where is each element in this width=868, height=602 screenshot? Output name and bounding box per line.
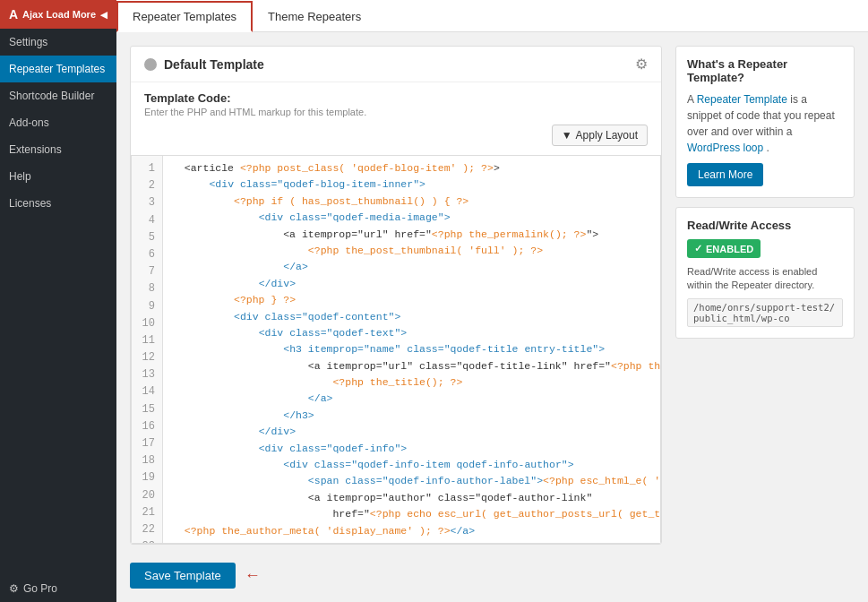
checkmark-icon: ✓ (694, 243, 702, 254)
info-link-wordpress-loop[interactable]: WordPress loop (687, 142, 763, 154)
apply-layout-label: Apply Layout (576, 129, 638, 142)
save-row: Save Template ← (130, 554, 662, 589)
left-panel: Default Template ⚙ Template Code: Enter … (130, 46, 662, 589)
apply-layout-arrow-icon: ▼ (562, 129, 572, 142)
tab-theme-repeaters[interactable]: Theme Repeaters (253, 2, 376, 31)
sidebar-item-shortcode-builder[interactable]: Shortcode Builder (0, 82, 116, 109)
tabs-bar: Repeater Templates Theme Repeaters (116, 0, 868, 32)
info-card-access: Read/Write Access ✓ ENABLED Read/Write a… (675, 207, 855, 339)
sidebar-item-label: Add-ons (9, 116, 49, 129)
info-card-title: What's a Repeater Template? (687, 57, 843, 84)
info-text-1: A (687, 93, 693, 106)
sidebar-item-extensions[interactable]: Extensions (0, 136, 116, 163)
access-path: /home/onrs/support-test2/public_html/wp-… (687, 298, 843, 327)
enabled-label: ENABLED (706, 244, 753, 254)
access-description: Read/Write access is enabled within the … (687, 265, 843, 293)
info-text-3: . (767, 142, 769, 154)
sidebar-item-label: Repeater Templates (9, 63, 105, 75)
info-card-repeater: What's a Repeater Template? A Repeater T… (675, 46, 855, 198)
code-content[interactable]: <article <?php post_class( 'qodef-blog-i… (163, 156, 660, 543)
template-title: Default Template (164, 57, 628, 72)
go-pro-label: Go Pro (23, 582, 57, 595)
template-status-icon (144, 58, 157, 71)
sidebar-item-label: Extensions (9, 143, 62, 156)
template-code-section: Template Code: Enter the PHP and HTML ma… (131, 82, 661, 155)
sidebar-item-licenses[interactable]: Licenses (0, 190, 116, 217)
learn-more-button[interactable]: Learn More (687, 163, 763, 186)
sidebar-logo-icon: A (9, 7, 18, 22)
template-header: Default Template ⚙ (131, 47, 661, 82)
sidebar-logo-label: Ajax Load More (22, 9, 96, 20)
save-arrow-icon: ← (245, 566, 261, 585)
tab-repeater-templates[interactable]: Repeater Templates (116, 1, 253, 32)
info-card-text: A Repeater Template is a snippet of code… (687, 91, 843, 156)
template-code-hint: Enter the PHP and HTML markup for this t… (144, 107, 648, 117)
sidebar-item-repeater-templates[interactable]: Repeater Templates (0, 56, 116, 82)
apply-layout-row: ▼ Apply Layout (144, 125, 648, 146)
sidebar-item-label: Licenses (9, 197, 51, 210)
main-area: Repeater Templates Theme Repeaters Defau… (116, 0, 868, 602)
sidebar-item-help[interactable]: Help (0, 163, 116, 190)
template-card: Default Template ⚙ Template Code: Enter … (130, 46, 662, 545)
content-area: Default Template ⚙ Template Code: Enter … (116, 32, 868, 602)
line-numbers: 1234567891011121314151617181920212223242… (132, 156, 163, 543)
sidebar-go-pro[interactable]: ⚙ Go Pro (0, 575, 116, 602)
sidebar-item-label: Help (9, 170, 31, 183)
sidebar: A Ajax Load More ◀ Settings Repeater Tem… (0, 0, 116, 602)
code-editor[interactable]: 1234567891011121314151617181920212223242… (131, 155, 661, 544)
access-title: Read/Write Access (687, 219, 843, 232)
template-code-label: Template Code: (144, 91, 648, 105)
save-template-button[interactable]: Save Template (130, 563, 236, 589)
sidebar-item-settings[interactable]: Settings (0, 29, 116, 56)
access-row: ✓ ENABLED (687, 239, 843, 258)
info-link-repeater-template[interactable]: Repeater Template (697, 93, 787, 106)
go-pro-icon: ⚙ (9, 582, 19, 595)
apply-layout-button[interactable]: ▼ Apply Layout (552, 125, 648, 146)
template-gear-button[interactable]: ⚙ (635, 56, 648, 73)
sidebar-logo[interactable]: A Ajax Load More ◀ (0, 0, 116, 29)
sidebar-logo-arrow: ◀ (100, 10, 107, 20)
sidebar-item-label: Shortcode Builder (9, 90, 94, 102)
sidebar-item-add-ons[interactable]: Add-ons (0, 109, 116, 136)
sidebar-item-label: Settings (9, 36, 47, 48)
right-panel: What's a Repeater Template? A Repeater T… (675, 46, 855, 589)
enabled-badge: ✓ ENABLED (687, 239, 761, 258)
